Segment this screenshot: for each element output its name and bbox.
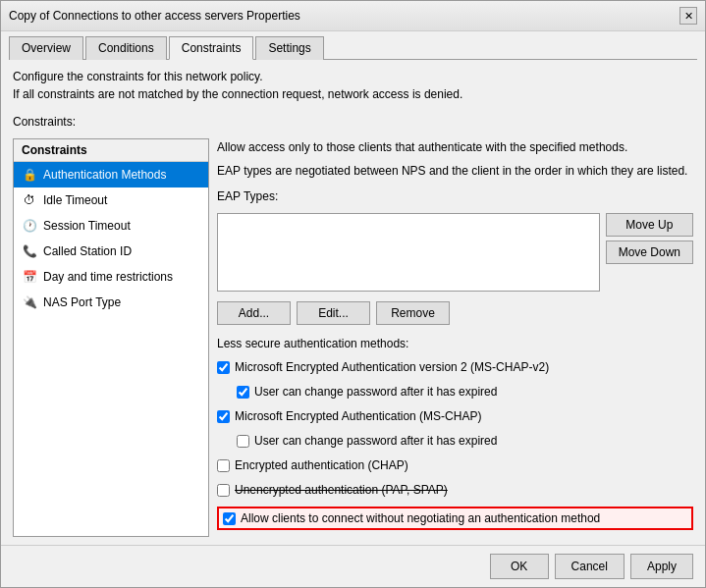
checkbox-allow-no-auth-label: Allow clients to connect without negotia…: [241, 511, 600, 525]
tab-conditions[interactable]: Conditions: [85, 36, 167, 60]
description-area: Configure the constraints for this netwo…: [1, 60, 705, 111]
dialog-window: Copy of Connections to other access serv…: [0, 0, 706, 588]
move-down-button[interactable]: Move Down: [606, 241, 693, 264]
eap-action-buttons: Add... Edit... Remove: [217, 301, 693, 325]
tab-settings[interactable]: Settings: [255, 36, 323, 60]
checkbox-user-change-chapv2[interactable]: User can change password after it has ex…: [237, 384, 693, 400]
checkbox-chap-input[interactable]: [217, 459, 230, 472]
checkbox-allow-no-auth[interactable]: Allow clients to connect without negotia…: [223, 510, 687, 526]
checkbox-ms-chap-input[interactable]: [217, 410, 230, 423]
move-up-button[interactable]: Move Up: [606, 213, 693, 237]
edit-button[interactable]: Edit...: [297, 301, 370, 325]
checkbox-pap-spap-input[interactable]: [217, 484, 230, 497]
checkbox-ms-chap[interactable]: Microsoft Encrypted Authentication (MS-C…: [217, 408, 693, 424]
footer: OK Cancel Apply: [1, 545, 705, 587]
checkbox-user-change-chap-input[interactable]: [237, 435, 249, 448]
sidebar-item-auth-methods[interactable]: 🔒 Authentication Methods: [14, 162, 208, 187]
eap-area: Move Up Move Down: [217, 213, 693, 292]
checkbox-user-change-chap-label: User can change password after it has ex…: [254, 434, 497, 448]
apply-button[interactable]: Apply: [630, 554, 693, 579]
sidebar-item-called-station[interactable]: 📞 Called Station ID: [14, 239, 208, 264]
less-secure-label: Less secure authentication methods:: [217, 337, 693, 350]
checkbox-ms-chapv2[interactable]: Microsoft Encrypted Authentication versi…: [217, 359, 693, 375]
sidebar-item-session-timeout[interactable]: 🕐 Session Timeout: [14, 213, 208, 239]
constraints-section-label: Constraints:: [1, 111, 705, 131]
right-desc2: EAP types are negotiated between NPS and…: [217, 162, 693, 180]
close-button[interactable]: ✕: [679, 7, 697, 25]
cancel-button[interactable]: Cancel: [555, 554, 625, 579]
window-title: Copy of Connections to other access serv…: [9, 9, 300, 23]
sidebar-item-label-auth: Authentication Methods: [43, 168, 166, 182]
checkbox-chap[interactable]: Encrypted authentication (CHAP): [217, 457, 693, 473]
clock-icon: ⏱: [22, 192, 37, 208]
main-content: Constraints 🔒 Authentication Methods ⏱ I…: [1, 131, 705, 545]
checkbox-pap-spap[interactable]: Unencrypted authentication (PAP, SPAP): [217, 482, 693, 498]
remove-button[interactable]: Remove: [376, 301, 450, 325]
sidebar-item-idle-timeout[interactable]: ⏱ Idle Timeout: [14, 187, 208, 213]
highlighted-checkbox-row: Allow clients to connect without negotia…: [217, 507, 693, 530]
eap-list[interactable]: [217, 213, 600, 292]
tab-overview[interactable]: Overview: [9, 36, 83, 60]
ok-button[interactable]: OK: [490, 554, 549, 579]
eap-types-label: EAP Types:: [217, 189, 693, 203]
checkbox-allow-no-auth-input[interactable]: [223, 512, 236, 525]
sidebar-item-label-session: Session Timeout: [43, 219, 131, 233]
right-panel: Allow access only to those clients that …: [217, 138, 693, 537]
sidebar-item-day-time[interactable]: 📅 Day and time restrictions: [14, 264, 208, 290]
sidebar-item-label-idle: Idle Timeout: [43, 193, 107, 207]
checkbox-ms-chapv2-input[interactable]: [217, 361, 230, 374]
checkbox-chap-label: Encrypted authentication (CHAP): [235, 458, 408, 472]
session-icon: 🕐: [22, 218, 37, 234]
tab-constraints[interactable]: Constraints: [169, 36, 254, 60]
eap-buttons: Move Up Move Down: [606, 213, 693, 292]
right-desc1: Allow access only to those clients that …: [217, 138, 693, 156]
lock-icon: 🔒: [22, 167, 37, 183]
nas-icon: 🔌: [22, 294, 37, 310]
left-panel-header: Constraints: [14, 139, 208, 162]
sidebar-item-label-station: Called Station ID: [43, 244, 132, 258]
desc-line1: Configure the constraints for this netwo…: [13, 68, 693, 85]
checkbox-ms-chapv2-label: Microsoft Encrypted Authentication versi…: [235, 360, 549, 374]
desc-line2: If all constraints are not matched by th…: [13, 85, 693, 103]
checkbox-user-change-chapv2-label: User can change password after it has ex…: [254, 385, 497, 399]
checkbox-ms-chap-label: Microsoft Encrypted Authentication (MS-C…: [235, 409, 481, 423]
sidebar-item-nas-port[interactable]: 🔌 NAS Port Type: [14, 290, 208, 315]
add-button[interactable]: Add...: [217, 301, 291, 325]
station-icon: 📞: [22, 243, 37, 259]
calendar-icon: 📅: [22, 269, 37, 285]
title-bar: Copy of Connections to other access serv…: [1, 1, 705, 31]
sidebar-item-label-nas: NAS Port Type: [43, 295, 121, 309]
tab-bar: Overview Conditions Constraints Settings: [1, 31, 705, 59]
checkbox-user-change-chap[interactable]: User can change password after it has ex…: [237, 433, 693, 449]
sidebar-item-label-daytime: Day and time restrictions: [43, 270, 173, 284]
checkbox-user-change-chapv2-input[interactable]: [237, 386, 249, 399]
checkbox-pap-spap-label: Unencrypted authentication (PAP, SPAP): [235, 483, 448, 497]
left-panel: Constraints 🔒 Authentication Methods ⏱ I…: [13, 138, 209, 537]
